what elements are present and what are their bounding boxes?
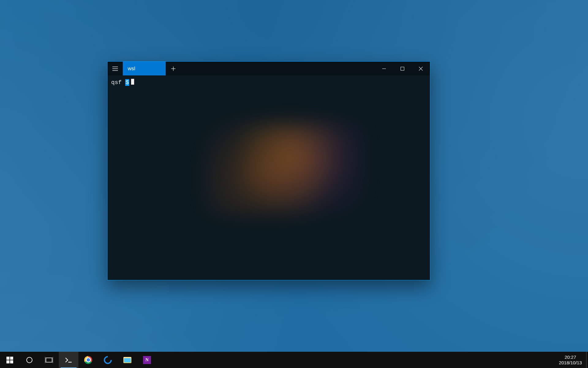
taskbar-app-file-explorer[interactable] <box>118 352 137 368</box>
close-window-button[interactable] <box>412 62 430 75</box>
show-desktop-button[interactable] <box>586 352 588 368</box>
clock-date: 2018/10/13 <box>559 360 582 366</box>
svg-line-4 <box>159 67 162 70</box>
chrome-icon <box>84 356 92 364</box>
svg-rect-12 <box>10 357 13 360</box>
svg-rect-16 <box>46 358 52 362</box>
svg-line-3 <box>159 67 162 70</box>
task-view-button[interactable] <box>39 352 59 368</box>
prompt-symbol: $ <box>125 79 129 86</box>
taskbar-app-onenote[interactable]: N <box>137 352 157 368</box>
new-tab-button[interactable] <box>166 62 181 75</box>
minimize-button[interactable] <box>375 62 393 75</box>
taskbar-clock[interactable]: 20:27 2018/10/13 <box>555 352 586 368</box>
start-button[interactable] <box>0 352 20 368</box>
svg-rect-14 <box>10 360 13 363</box>
svg-rect-11 <box>6 357 9 360</box>
hamburger-menu-button[interactable] <box>107 62 123 75</box>
terminal-window: wsl qs <box>107 61 430 280</box>
svg-point-15 <box>27 357 32 363</box>
clock-time: 20:27 <box>565 355 576 360</box>
tab-wsl[interactable]: wsl <box>123 62 166 75</box>
titlebar-drag-area[interactable] <box>181 62 375 75</box>
taskbar-app-edge[interactable] <box>98 352 118 368</box>
terminal-body[interactable]: qsf $ <box>111 79 426 276</box>
taskbar-app-terminal[interactable] <box>59 352 78 368</box>
svg-rect-8 <box>401 67 404 70</box>
onenote-icon: N <box>143 356 151 364</box>
terminal-cursor <box>131 79 134 85</box>
taskbar: N 20:27 2018/10/13 <box>0 352 588 368</box>
prompt-user: qsf <box>111 79 122 86</box>
close-tab-button[interactable] <box>158 66 162 72</box>
maximize-button[interactable] <box>393 62 412 75</box>
taskbar-app-chrome[interactable] <box>78 352 98 368</box>
taskbar-spacer <box>157 352 555 368</box>
window-titlebar[interactable]: wsl <box>107 62 430 75</box>
cortana-button[interactable] <box>20 352 39 368</box>
folder-icon <box>123 357 131 363</box>
edge-icon <box>102 354 114 366</box>
svg-rect-13 <box>6 360 9 363</box>
tab-label: wsl <box>128 66 135 72</box>
